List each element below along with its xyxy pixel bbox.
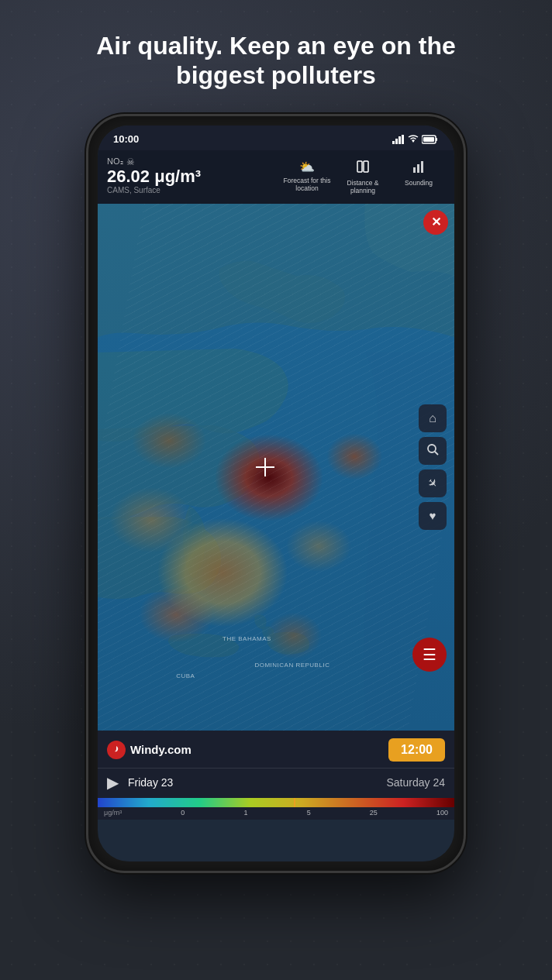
status-icons — [392, 135, 439, 144]
no2-source: CAMS, Surface — [107, 186, 281, 194]
headline-line1: Air quality. Keep an eye on the — [96, 32, 456, 60]
svg-rect-7 — [357, 161, 362, 172]
right-buttons: ⌂ ✈ — [419, 404, 447, 530]
info-bar: NO₂ ☠ 26.02 μg/m³ CAMS, Surface ⛅ Foreca… — [98, 150, 454, 204]
action-buttons: ⛅ Forecast for this location Distance & … — [281, 156, 445, 198]
crosshair — [256, 458, 274, 476]
sounding-button[interactable]: Sounding — [392, 156, 445, 190]
svg-point-13 — [428, 445, 436, 452]
status-bar: 10:00 — [98, 126, 454, 150]
day2-label: Saturday 24 — [387, 776, 446, 789]
bottom-bar: Windy.com 12:00 ▶ Friday 23 Saturday 24 — [98, 731, 454, 820]
timeline-indicator — [294, 798, 295, 807]
no2-value: 26.02 μg/m³ — [107, 167, 281, 186]
day-labels: Friday 23 Saturday 24 — [128, 776, 445, 789]
pollution-info: NO₂ ☠ 26.02 μg/m³ CAMS, Surface — [107, 156, 281, 194]
brand-time-bar: Windy.com 12:00 — [98, 731, 454, 768]
phone-screen: 10:00 — [98, 126, 454, 861]
map-area[interactable]: THE BAHAMAS CUBA DOMINICAN REPUBLIC ✕ ⌂ — [98, 204, 454, 731]
menu-icon: ☰ — [423, 647, 436, 662]
svg-rect-3 — [402, 135, 404, 144]
wifi-icon — [408, 135, 419, 144]
distance-label: Distance & planning — [338, 179, 388, 194]
menu-fab[interactable]: ☰ — [412, 638, 447, 672]
headline-line2: biggest polluters — [176, 61, 376, 89]
no2-label: NO₂ ☠ — [107, 156, 281, 167]
phone-mockup: 10:00 — [86, 114, 466, 873]
color-scale — [98, 798, 454, 807]
svg-line-14 — [435, 452, 438, 455]
svg-rect-5 — [436, 138, 437, 141]
skull-icon: ☠ — [126, 156, 135, 167]
search-icon — [426, 442, 440, 459]
svg-rect-0 — [392, 141, 395, 144]
svg-rect-6 — [423, 137, 434, 142]
scale-val-2: 5 — [307, 809, 311, 817]
status-time: 10:00 — [113, 133, 139, 145]
home-button[interactable]: ⌂ — [419, 404, 447, 432]
play-button[interactable]: ▶ — [107, 773, 119, 792]
phone-shell: 10:00 — [86, 114, 466, 873]
windy-brand: Windy.com — [107, 741, 191, 759]
favorite-button[interactable]: ♥ — [419, 502, 447, 530]
svg-rect-1 — [395, 139, 398, 144]
scale-val-3: 25 — [370, 809, 378, 817]
scale-val-4: 100 — [436, 809, 448, 817]
forecast-label: Forecast for this location — [282, 177, 332, 192]
battery-icon — [422, 135, 439, 144]
sounding-label: Sounding — [405, 179, 433, 187]
brand-text: Windy.com — [130, 743, 191, 756]
svg-rect-11 — [421, 161, 423, 173]
forecast-icon: ⛅ — [299, 160, 315, 174]
close-button[interactable]: ✕ — [423, 210, 448, 235]
home-icon: ⌂ — [429, 411, 436, 425]
current-time-badge[interactable]: 12:00 — [388, 738, 445, 762]
close-icon: ✕ — [431, 215, 441, 229]
playback-bar: ▶ Friday 23 Saturday 24 — [98, 768, 454, 798]
compound-name: NO₂ — [107, 156, 123, 167]
airplane-button[interactable]: ✈ — [419, 469, 447, 497]
svg-rect-10 — [417, 164, 419, 173]
airplane-icon: ✈ — [424, 475, 441, 492]
scale-labels: μg/m³ 0 1 5 25 100 — [98, 807, 454, 820]
sounding-icon — [412, 160, 426, 177]
windy-logo — [107, 741, 126, 759]
map-canvas: THE BAHAMAS CUBA DOMINICAN REPUBLIC ✕ ⌂ — [98, 204, 454, 731]
headline: Air quality. Keep an eye on the biggest … — [50, 0, 502, 114]
signal-icon — [392, 135, 405, 144]
heart-icon: ♥ — [430, 509, 436, 522]
scale-val-1: 1 — [243, 809, 247, 817]
scale-val-0: 0 — [181, 809, 185, 817]
forecast-button[interactable]: ⛅ Forecast for this location — [281, 156, 333, 195]
svg-rect-2 — [398, 136, 401, 144]
wind-lines — [98, 204, 454, 731]
distance-icon — [356, 160, 370, 177]
search-button[interactable] — [419, 437, 447, 465]
day1-label: Friday 23 — [128, 776, 173, 789]
svg-rect-8 — [364, 161, 368, 172]
svg-rect-9 — [413, 167, 416, 173]
scale-unit: μg/m³ — [104, 809, 122, 817]
distance-button[interactable]: Distance & planning — [336, 156, 389, 198]
